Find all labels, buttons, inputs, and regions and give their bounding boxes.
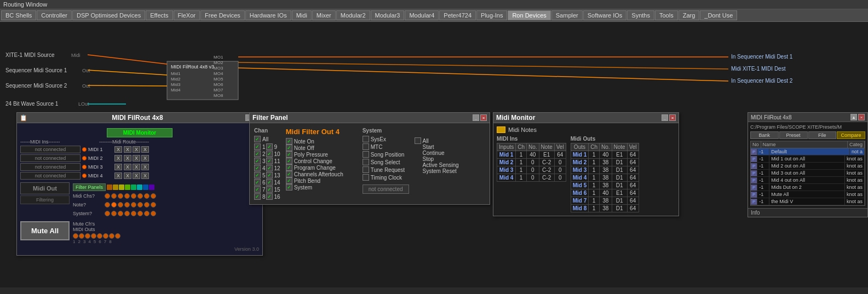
list-item[interactable]: P -1 Mids Dut on 2 knot as: [751, 184, 865, 191]
menu-plug-ins[interactable]: Plug-Ins: [476, 10, 507, 20]
filter-ch2-check[interactable]: ✓: [254, 151, 261, 157]
filter-ch1-check[interactable]: ✓: [254, 143, 261, 150]
filter-poly-check[interactable]: ✓: [286, 151, 292, 158]
list-item[interactable]: P -1 Mute All knot as: [751, 191, 865, 198]
filter-all-right-check[interactable]: [415, 137, 421, 144]
midi-2-xbtn[interactable]: X: [114, 155, 122, 162]
chan-header: Chan: [254, 128, 280, 134]
menu-dont-use[interactable]: _Dont Use: [700, 10, 737, 20]
menu-hardware-ios[interactable]: Hardware IOs: [245, 10, 291, 20]
note-row: Note?: [73, 201, 259, 209]
midi-4-sys-btn[interactable]: X: [141, 172, 149, 179]
filter-note-on-check[interactable]: ✓: [286, 138, 292, 145]
menu-bc-shells[interactable]: BC Shells: [1, 10, 36, 20]
menu-zarg[interactable]: Zarg: [679, 10, 700, 20]
filter-sys-check[interactable]: ✓: [286, 184, 292, 191]
menu-ron-devices[interactable]: Ron Devices: [508, 10, 550, 20]
filter-all-check[interactable]: ✓: [254, 136, 261, 142]
filter-panel-close-btn[interactable]: ×: [480, 114, 487, 121]
menu-mixer[interactable]: Mixer: [312, 10, 336, 20]
menu-tools[interactable]: Tools: [655, 10, 678, 20]
filter-mtc-check[interactable]: [363, 143, 369, 150]
filter-ch3-check[interactable]: ✓: [254, 158, 261, 164]
menu-synths[interactable]: Synths: [627, 10, 654, 20]
list-item[interactable]: P -1 the Midi V knot as: [751, 198, 865, 205]
filter-ch9-check[interactable]: ✓: [266, 143, 273, 150]
menu-flexor[interactable]: FleXor: [174, 10, 200, 20]
note-ind-4: [124, 202, 130, 207]
menu-sampler[interactable]: Sampler: [551, 10, 583, 20]
midi-3-sys-btn[interactable]: X: [141, 164, 149, 170]
preset-cat-2: knot as: [845, 155, 865, 162]
menu-modular3[interactable]: Modular3: [371, 10, 405, 20]
filter-ch8-check[interactable]: ✓: [254, 193, 261, 200]
filter-ch11-check[interactable]: ✓: [266, 158, 273, 164]
filter-ch16-check[interactable]: ✓: [266, 193, 273, 200]
preset-path: C:/Program Files/SCOPE XITE/Presets/M: [750, 124, 865, 130]
ch-ind-4: [124, 193, 130, 199]
filter-sysex-check[interactable]: [363, 136, 369, 142]
filter-ch7-check[interactable]: ✓: [254, 186, 261, 193]
midi-monitor-minimize-btn[interactable]: _: [662, 114, 668, 121]
midi-monitor-button[interactable]: MIDI Monitor: [107, 128, 173, 137]
menu-peter4724[interactable]: Peter4724: [439, 10, 476, 20]
midi-4-note-btn[interactable]: X: [133, 172, 140, 179]
midi-3-ch-btn[interactable]: X: [124, 164, 131, 170]
compare-btn[interactable]: Compare: [837, 131, 865, 139]
midi-3-note-btn[interactable]: X: [133, 164, 140, 170]
menu-dsp[interactable]: DSP Optimised Devices: [72, 10, 145, 20]
list-item[interactable]: P -1 Mid 1 out on All knot as: [751, 155, 865, 163]
midi-2-sys-btn[interactable]: X: [141, 155, 149, 162]
menu-modular4[interactable]: Modular4: [405, 10, 439, 20]
midi-3-xbtn[interactable]: X: [114, 164, 122, 170]
midi-ins-table: Inputs Ch No. Note Vel Mid 1 1 4: [497, 143, 566, 182]
list-item[interactable]: P -1 Mid 3 out on All knot as: [751, 170, 865, 177]
filter-panel-minimize-btn[interactable]: _: [473, 114, 479, 121]
filter-ch4-check[interactable]: ✓: [254, 165, 261, 171]
right-mini-close[interactable]: ×: [858, 114, 865, 120]
bank-btn[interactable]: Bank: [750, 131, 779, 139]
filter-pc-check[interactable]: ✓: [286, 164, 292, 171]
filter-pb-check[interactable]: ✓: [286, 177, 292, 184]
filter-cc-check[interactable]: ✓: [286, 158, 292, 164]
filter-note-off-check[interactable]: ✓: [286, 145, 292, 151]
filter-tc-check[interactable]: [363, 174, 369, 181]
mute-all-button[interactable]: Mute All: [20, 221, 70, 240]
filter-ch12-check[interactable]: ✓: [266, 165, 273, 171]
filter-ss-check[interactable]: [363, 159, 369, 165]
menu-software-ios[interactable]: Software IOs: [583, 10, 627, 20]
filter-ch14-check[interactable]: ✓: [266, 179, 273, 186]
preset-cat-4: knot as: [845, 170, 865, 176]
preset-btn[interactable]: Preset: [779, 131, 808, 139]
file-btn[interactable]: File: [808, 131, 837, 139]
filter-ch6-check[interactable]: ✓: [254, 179, 261, 186]
filter-ch-7: ✓7: [254, 186, 266, 193]
midi-1-xbtn[interactable]: X: [114, 146, 122, 153]
list-item[interactable]: P -1 Mid 2 out on All knot as: [751, 163, 865, 170]
menu-effects[interactable]: Effects: [146, 10, 173, 20]
menu-midi[interactable]: Midi: [292, 10, 312, 20]
midi-4-ch-btn[interactable]: X: [124, 172, 131, 179]
midi-1-ch-btn[interactable]: X: [124, 146, 131, 153]
filter-sp-check[interactable]: [363, 151, 369, 158]
midi-2-note-btn[interactable]: X: [133, 155, 140, 162]
menu-free-devices[interactable]: Free Devices: [200, 10, 245, 20]
midi-4-xbtn[interactable]: X: [114, 172, 122, 179]
filter-ch10-check[interactable]: ✓: [266, 151, 273, 157]
menu-modular2[interactable]: Modular2: [336, 10, 370, 20]
menu-controller[interactable]: Controller: [37, 10, 72, 20]
filter-tr-check[interactable]: [363, 166, 369, 173]
filter-at-check[interactable]: ✓: [286, 171, 292, 177]
filter-ch15-check[interactable]: ✓: [266, 186, 273, 193]
midi-2-ch-btn[interactable]: X: [124, 155, 131, 162]
filter-ch13-check[interactable]: ✓: [266, 172, 273, 178]
preset-name-1: Default: [769, 148, 850, 155]
list-item[interactable]: P -1 Mid 4 out on All knot as: [751, 177, 865, 184]
midi-1-note-btn[interactable]: X: [133, 146, 140, 153]
filter-panels-button[interactable]: Filter Panels: [73, 183, 106, 191]
filter-ch5-check[interactable]: ✓: [254, 172, 261, 178]
list-item[interactable]: P -1 Default not a: [751, 148, 865, 155]
right-mini-minimize[interactable]: ▲: [850, 114, 857, 120]
midi-1-sys-btn[interactable]: X: [141, 146, 149, 153]
midi-monitor-close-btn[interactable]: ×: [669, 114, 676, 121]
